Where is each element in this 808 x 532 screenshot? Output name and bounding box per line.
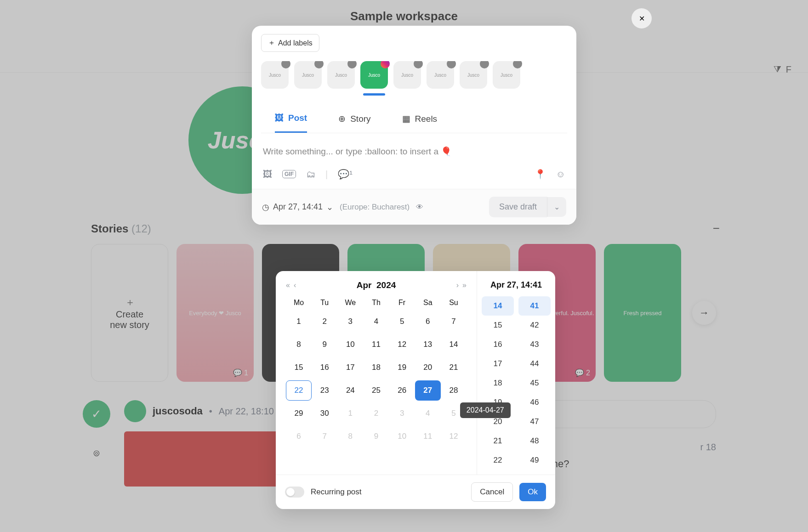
tab-post[interactable]: 🖼Post — [275, 107, 307, 133]
calendar-day[interactable]: 16 — [312, 357, 337, 378]
emoji-icon[interactable]: ☺ — [556, 169, 565, 180]
gif-icon[interactable]: GIF — [282, 170, 296, 178]
calendar-day[interactable]: 26 — [389, 380, 415, 401]
image-upload-icon[interactable]: 🖼 — [263, 169, 272, 180]
hour-option[interactable]: 18 — [482, 374, 514, 393]
save-draft-more-button[interactable]: ⌄ — [547, 197, 566, 217]
composer-textarea[interactable]: Write something... or type :balloon: to … — [252, 133, 576, 164]
hour-option[interactable]: 22 — [482, 451, 514, 470]
account-tiktok[interactable]: Jusco — [460, 61, 487, 89]
calendar-day[interactable]: 52024-04-27 — [441, 403, 467, 424]
facebook-icon — [281, 61, 290, 68]
hour-option[interactable]: 16 — [482, 335, 514, 354]
add-labels-button[interactable]: ＋ Add labels — [261, 34, 319, 52]
preview-icon[interactable]: 👁 — [416, 203, 423, 211]
calendar-day[interactable]: 12 — [441, 426, 467, 447]
calendar-day[interactable]: 8 — [286, 334, 312, 355]
account-pinterest[interactable]: Jusco — [493, 61, 520, 89]
minute-option[interactable]: 47 — [518, 412, 551, 431]
location-icon[interactable]: 📍 — [535, 169, 546, 180]
calendar-day[interactable]: 25 — [363, 380, 389, 401]
calendar-day[interactable]: 4 — [363, 311, 389, 332]
calendar-day[interactable]: 17 — [337, 357, 363, 378]
calendar-day[interactable]: 6 — [415, 311, 441, 332]
calendar-year[interactable]: 2024 — [376, 280, 396, 290]
minute-option[interactable]: 45 — [518, 374, 551, 393]
calendar-month[interactable]: Apr — [357, 280, 372, 290]
cancel-button[interactable]: Cancel — [471, 482, 513, 502]
close-button[interactable]: ✕ — [632, 8, 652, 28]
minute-option[interactable]: 46 — [518, 393, 551, 412]
minute-option[interactable]: 43 — [518, 335, 551, 354]
image-icon: 🖼 — [275, 113, 284, 123]
minute-option[interactable]: 41 — [518, 296, 551, 316]
calendar-day[interactable]: 13 — [415, 334, 441, 355]
dow-label: Tu — [312, 299, 337, 307]
calendar-day[interactable]: 23 — [312, 380, 337, 401]
minute-option[interactable]: 42 — [518, 316, 551, 335]
calendar-day[interactable]: 28 — [441, 380, 467, 401]
ok-button[interactable]: Ok — [519, 483, 546, 501]
calendar-day[interactable]: 27 — [415, 380, 441, 401]
calendar-day[interactable]: 7 — [441, 311, 467, 332]
calendar-day[interactable]: 4 — [415, 403, 441, 424]
account-linkedin[interactable]: Jusco — [327, 61, 355, 89]
save-draft-button[interactable]: Save draft — [489, 197, 547, 217]
calendar-day[interactable]: 10 — [389, 426, 415, 447]
calendar-day[interactable]: 7 — [312, 426, 337, 447]
calendar-day[interactable]: 6 — [286, 426, 312, 447]
calendar-day[interactable]: 3 — [389, 403, 415, 424]
next-year-button[interactable]: » — [462, 281, 467, 289]
account-x[interactable]: Jusco — [294, 61, 322, 89]
tab-reels[interactable]: ▦Reels — [402, 107, 438, 133]
calendar-day[interactable]: 2 — [312, 311, 337, 332]
prev-month-button[interactable]: ‹ — [294, 281, 296, 289]
account-youtube[interactable]: Jusco — [427, 61, 454, 89]
account-facebook[interactable]: Jusco — [261, 61, 289, 89]
calendar-day[interactable]: 19 — [389, 357, 415, 378]
calendar-day[interactable]: 9 — [312, 334, 337, 355]
calendar-day[interactable]: 15 — [286, 357, 312, 378]
calendar-day[interactable]: 11 — [415, 426, 441, 447]
recurring-toggle[interactable] — [285, 487, 304, 498]
hour-option[interactable]: 14 — [482, 296, 514, 316]
calendar-day[interactable]: 18 — [363, 357, 389, 378]
calendar-day[interactable]: 1 — [337, 403, 363, 424]
account-instagram[interactable]: Jusco — [360, 61, 388, 89]
media-library-icon[interactable]: 🗂 — [306, 169, 315, 180]
tab-story[interactable]: ⊕Story — [338, 107, 370, 133]
calendar-day[interactable]: 1 — [286, 311, 312, 332]
dow-label: Su — [441, 299, 467, 307]
calendar-day[interactable]: 5 — [389, 311, 415, 332]
calendar-day[interactable]: 3 — [337, 311, 363, 332]
calendar-day[interactable]: 21 — [441, 357, 467, 378]
dow-label: Th — [363, 299, 389, 307]
calendar-day[interactable]: 20 — [415, 357, 441, 378]
dow-label: We — [337, 299, 363, 307]
calendar-day[interactable]: 22 — [286, 380, 312, 401]
first-comment-icon[interactable]: 💬¹ — [338, 169, 353, 180]
calendar-day[interactable]: 2 — [363, 403, 389, 424]
next-month-button[interactable]: › — [456, 281, 459, 289]
hour-option[interactable]: 17 — [482, 354, 514, 374]
account-google[interactable]: Jusco — [393, 61, 421, 89]
schedule-time-chip[interactable]: ◷ Apr 27, 14:41 ⌄ — [262, 202, 333, 212]
instagram-icon — [381, 61, 390, 68]
linkedin-icon — [347, 61, 357, 68]
minute-option[interactable]: 48 — [518, 431, 551, 451]
calendar-day[interactable]: 24 — [337, 380, 363, 401]
hour-option[interactable]: 21 — [482, 431, 514, 451]
calendar-day[interactable]: 12 — [389, 334, 415, 355]
date-tooltip: 2024-04-27 — [460, 402, 511, 418]
calendar-day[interactable]: 9 — [363, 426, 389, 447]
calendar-day[interactable]: 8 — [337, 426, 363, 447]
prev-year-button[interactable]: « — [286, 281, 290, 289]
calendar-day[interactable]: 10 — [337, 334, 363, 355]
hour-option[interactable]: 15 — [482, 316, 514, 335]
minute-option[interactable]: 44 — [518, 354, 551, 374]
calendar-day[interactable]: 30 — [312, 403, 337, 424]
calendar-day[interactable]: 29 — [286, 403, 312, 424]
calendar-day[interactable]: 11 — [363, 334, 389, 355]
calendar-day[interactable]: 14 — [441, 334, 467, 355]
minute-option[interactable]: 49 — [518, 451, 551, 470]
